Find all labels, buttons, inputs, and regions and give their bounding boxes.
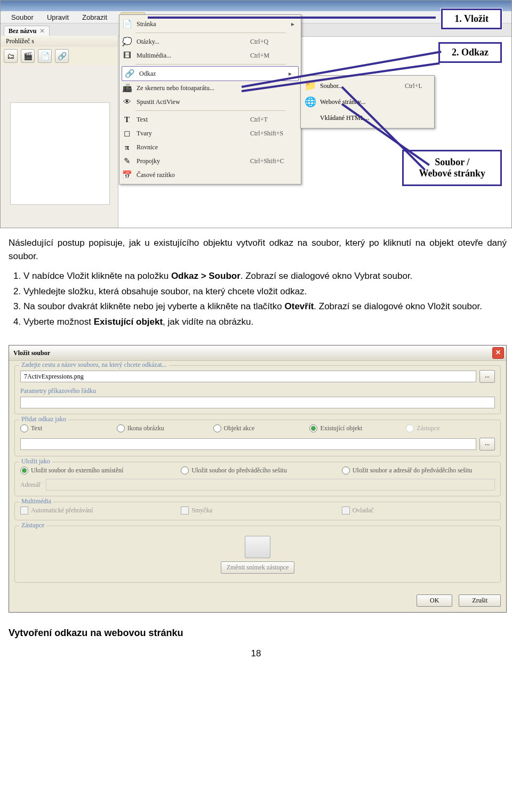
fieldset-legend: Uložit jako [19,457,52,465]
object-input[interactable] [20,438,476,450]
menu-file[interactable]: Soubor [11,13,34,21]
section-heading: Vytvoření odkazu na webovou stránku [0,613,512,639]
cancel-button[interactable]: Zrušit [459,594,501,607]
tool-icon[interactable]: 🔗 [55,49,69,63]
radio-icon[interactable]: Ikona obrázku [117,424,206,432]
fieldset-multimedia: Multimédia Automatické přehrávání Smyčka… [14,502,501,520]
fieldset-path: Zadejte cestu a název souboru, na který … [14,365,501,414]
page-number: 18 [0,639,512,664]
connector-icon: ✎ [119,156,134,166]
menu-item-multimedia[interactable]: 🎞Multimédia...Ctrl+M [119,49,301,62]
radio-action-object[interactable]: Objekt akce [213,424,302,432]
tool-icon[interactable]: 🗂 [4,49,18,63]
fieldset-add-as: Přidat odkaz jako Text Ikona obrázku Obj… [14,420,501,456]
callout-line [148,17,436,19]
radio-text[interactable]: Text [20,424,109,432]
browser-panel-title: Prohlížeč s [1,36,118,47]
sidebar: Prohlížeč s 🗂 🎬 📄 🔗 [1,36,118,228]
pi-icon: π [119,143,134,152]
callout-1: 1. Vložit [441,9,502,29]
menu-item-activiview[interactable]: 👁Spustit ActiView [119,95,301,109]
chk-loop: Smyčka [181,507,334,514]
directory-label: Adresář [20,481,41,489]
questions-icon: 💭 [119,37,134,46]
insert-menu-dropdown: 📄Stránka▸ 💭Otázky...Ctrl+Q 🎞Multimédia..… [119,14,301,184]
page-thumbnail [10,102,110,205]
globe-icon: 🌐 [301,96,320,108]
menu-item-scanner[interactable]: 📠Ze skeneru nebo fotoaparátu... [119,81,301,95]
menu-item-page[interactable]: 📄Stránka▸ [119,17,301,31]
radio-save-external[interactable]: Uložit soubor do externího umístění [20,467,173,475]
params-input[interactable] [20,397,495,408]
chk-controller: Ovladač [342,507,495,514]
document-tab[interactable]: Bez názvu ✕ [4,26,50,36]
tab-title: Bez názvu [9,27,36,35]
radio-save-flipchart[interactable]: Uložit soubor do předváděcího sešitu [181,467,334,475]
dialog-title: Vložit soubor [13,349,50,357]
params-label: Parametry příkazového řádku [20,387,495,395]
browse-button[interactable]: ... [479,370,495,383]
insert-file-dialog: Vložit soubor ✕ Zadejte cestu a název so… [9,345,507,613]
link-icon: 🔗 [122,69,137,78]
callout-2: 2. Odkaz [438,42,502,63]
fieldset-shortcut: Zástupce Změnit snímek zástupce [14,526,501,583]
submenu-item-web[interactable]: 🌐Webové stránky... [301,94,434,110]
close-icon[interactable]: ✕ [39,27,45,35]
change-thumbnail-button: Změnit snímek zástupce [221,561,295,574]
tool-icon[interactable]: 🎬 [21,49,35,63]
step-4: Vyberte možnost Existující objekt, jak v… [23,315,506,329]
radio-save-dir[interactable]: Uložit soubor a adresář do předváděcího … [342,467,495,475]
window-titlebar [1,1,511,11]
menu-item-equation[interactable]: πRovnice [119,140,301,154]
shape-icon: ◻ [119,128,134,138]
scanner-icon: 📠 [119,83,134,93]
dialog-titlebar: Vložit soubor ✕ [9,345,506,361]
fieldset-legend: Zástupce [19,521,46,529]
step-3: Na soubor dvakrát klikněte nebo jej vybe… [23,300,506,313]
fieldset-legend: Přidat odkaz jako [19,415,68,423]
menu-item-timestamp[interactable]: 📅Časové razítko [119,168,301,182]
steps-list: V nabídce Vložit klikněte na položku Odk… [0,269,512,339]
close-button[interactable]: ✕ [492,347,504,359]
menu-item-connectors[interactable]: ✎PropojkyCtrl+Shift+C [119,154,301,168]
app-screenshot: Soubor Upravit Zobrazit Vložit Nástroje … [0,0,512,228]
radio-existing-object[interactable]: Existující objekt [309,424,398,432]
date-icon: 📅 [119,170,134,180]
menu-item-shapes[interactable]: ◻TvaryCtrl+Shift+S [119,126,301,140]
directory-input [46,479,495,491]
eye-icon: 👁 [119,98,134,107]
menu-edit[interactable]: Upravit [47,13,69,21]
radio-shortcut: Zástupce [406,424,495,432]
text-icon: T [119,115,134,124]
menu-item-questions[interactable]: 💭Otázky...Ctrl+Q [119,35,301,49]
browse-button[interactable]: ... [479,438,495,451]
step-2: Vyhledejte složku, která obsahuje soubor… [23,285,506,299]
filepath-input[interactable] [20,371,476,382]
sidebar-toolbar: 🗂 🎬 📄 🔗 [1,47,118,65]
step-1: V nabídce Vložit klikněte na položku Odk… [23,269,506,283]
fieldset-legend: Multimédia [19,497,53,505]
ok-button[interactable]: OK [417,594,452,607]
fieldset-legend: Zadejte cestu a název souboru, na který … [19,361,169,369]
thumbnail-preview [245,536,270,558]
page-icon: 📄 [119,19,134,29]
intro-paragraph: Následující postup popisuje, jak u exist… [0,228,512,269]
tool-icon[interactable]: 📄 [38,49,52,63]
media-icon: 🎞 [119,51,134,60]
menu-view[interactable]: Zobrazit [82,13,107,21]
chk-autoplay: Automatické přehrávání [20,507,173,514]
menu-item-link[interactable]: 🔗Odkaz▸ [122,66,299,81]
menu-item-text[interactable]: TTextCtrl+T [119,112,301,126]
fieldset-save-as: Uložit jako Uložit soubor do externího u… [14,462,501,496]
